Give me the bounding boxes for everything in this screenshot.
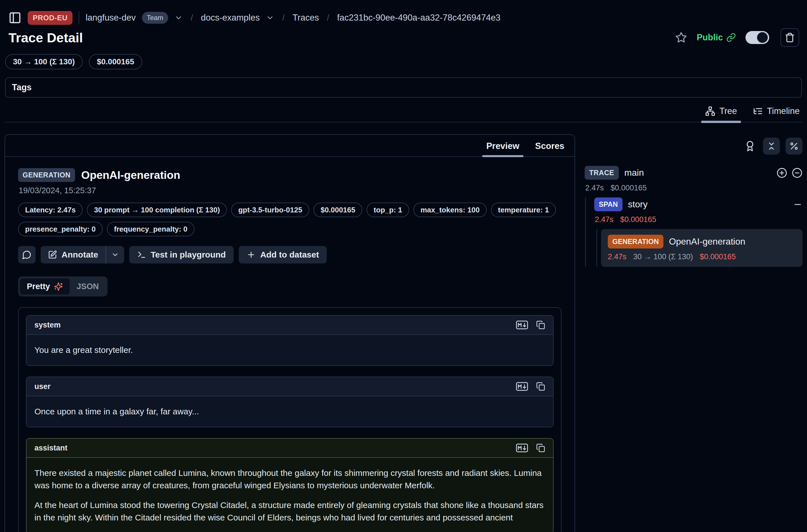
tab-tree[interactable]: Tree <box>704 106 738 122</box>
message-system: system You are a great s <box>26 315 553 366</box>
cost-badge: $0.000165 <box>314 203 362 217</box>
minus-circle-icon[interactable] <box>792 168 803 178</box>
award-icon[interactable] <box>744 140 756 152</box>
collapse-all-button[interactable] <box>763 138 780 155</box>
test-in-playground-label: Test in playground <box>151 250 226 260</box>
collapse-node-minus-icon[interactable] <box>793 200 803 209</box>
breadcrumb-separator: / <box>189 13 195 23</box>
page-title: Trace Detail <box>8 30 83 45</box>
generation-metrics: 2.47s 30 → 100 (Σ 130) $0.000165 <box>608 252 796 261</box>
toggle-percentages-button[interactable] <box>786 138 803 155</box>
sparkles-icon <box>54 282 63 291</box>
tree-node-generation-selected[interactable]: GENERATION OpenAI-generation 2.47s 30 → … <box>601 229 803 267</box>
breadcrumb-separator: / <box>325 13 331 23</box>
breadcrumb-project[interactable]: docs-examples <box>201 13 260 23</box>
markdown-toggle-icon[interactable] <box>516 382 528 391</box>
trace-detail-page: PROD-EU langfuse-dev Team / docs-example… <box>0 0 807 532</box>
add-to-dataset-label: Add to dataset <box>260 250 319 260</box>
message-role-label: system <box>34 321 61 329</box>
toggle-knob <box>757 32 768 43</box>
message-text: At the heart of Lumina stood the towerin… <box>34 499 545 524</box>
view-tabs: Tree Timeline <box>4 106 803 122</box>
copy-icon[interactable] <box>536 443 545 453</box>
observation-detail: GENERATION OpenAI-generation 19/03/2024,… <box>5 157 575 532</box>
environment-badge: PROD-EU <box>27 11 73 25</box>
annotate-button[interactable]: Annotate <box>41 246 106 264</box>
tags-label: Tags <box>12 82 32 92</box>
span-children: GENERATION OpenAI-generation 2.47s 30 → … <box>597 229 803 267</box>
tab-preview[interactable]: Preview <box>485 141 521 156</box>
breadcrumb: PROD-EU langfuse-dev Team / docs-example… <box>4 0 803 25</box>
tree-node-trace[interactable]: TRACE main <box>585 166 803 180</box>
tab-timeline[interactable]: Timeline <box>752 106 801 122</box>
panel-tabs: Preview Scores <box>5 135 575 157</box>
format-pretty-segment[interactable]: Pretty <box>20 279 70 294</box>
message-role-label: user <box>34 382 51 391</box>
markdown-toggle-icon[interactable] <box>516 320 528 329</box>
format-json-label: JSON <box>76 282 99 291</box>
trace-metrics: 2.47s $0.000165 <box>585 184 803 192</box>
copy-icon[interactable] <box>536 382 545 391</box>
span-name: story <box>628 199 648 210</box>
tags-section[interactable]: Tags <box>5 77 802 98</box>
bookmark-star-button[interactable] <box>675 32 687 43</box>
generation-tokens: 30 → 100 (Σ 130) <box>633 252 693 261</box>
message-role-label: assistant <box>34 444 68 453</box>
link-icon <box>726 33 736 42</box>
breadcrumb-section-traces[interactable]: Traces <box>293 13 319 23</box>
breadcrumb-divider <box>79 12 79 24</box>
public-toggle[interactable] <box>746 31 769 44</box>
io-messages-box: system You are a great s <box>18 307 562 532</box>
observation-type-badge: GENERATION <box>18 168 75 182</box>
percent-icon <box>789 141 799 151</box>
generation-type-badge: GENERATION <box>608 235 663 248</box>
span-type-badge: SPAN <box>594 197 622 211</box>
plus-circle-icon[interactable] <box>776 168 787 178</box>
trace-children: SPAN story 2.47s $0.000165 GENERATION <box>585 197 803 267</box>
annotate-label: Annotate <box>61 250 98 260</box>
trace-latency: 2.47s <box>585 184 604 192</box>
test-in-playground-button[interactable]: Test in playground <box>129 246 233 264</box>
message-user: user Once upon a time in <box>26 377 553 428</box>
span-cost: $0.000165 <box>620 215 656 224</box>
tab-scores[interactable]: Scores <box>533 141 566 156</box>
tree-icon <box>705 106 715 116</box>
token-usage-badge: 30 → 100 (Σ 130) <box>5 54 83 70</box>
delete-trace-button[interactable] <box>781 28 799 47</box>
sidebar-toggle-button[interactable] <box>8 11 21 24</box>
breadcrumb-org[interactable]: langfuse-dev <box>86 13 136 23</box>
project-switcher-chevron-down-icon[interactable] <box>266 14 274 22</box>
markdown-toggle-icon[interactable] <box>516 443 528 453</box>
message-assistant: assistant There existed <box>26 438 553 532</box>
frequency-penalty-badge: frequency_penalty: 0 <box>107 222 194 236</box>
header-actions: Public <box>675 28 799 47</box>
observation-timestamp: 19/03/2024, 15:25:37 <box>19 186 562 195</box>
public-link[interactable]: Public <box>697 33 736 43</box>
tree-zoom-controls <box>776 168 803 178</box>
tree-node-span[interactable]: SPAN story <box>594 197 803 211</box>
copy-icon[interactable] <box>536 320 545 329</box>
org-switcher-chevron-down-icon[interactable] <box>174 14 183 22</box>
observation-panel: Preview Scores GENERATION OpenAI-generat… <box>4 134 575 532</box>
comment-icon <box>22 250 32 260</box>
message-header-icons <box>516 382 545 391</box>
terminal-icon <box>137 250 146 259</box>
annotate-dropdown-button[interactable] <box>106 246 124 264</box>
max-tokens-badge: max_tokens: 100 <box>413 203 487 217</box>
generation-row: GENERATION OpenAI-generation <box>608 235 796 248</box>
list-tree-icon <box>753 106 763 116</box>
add-to-dataset-button[interactable]: Add to dataset <box>239 246 327 264</box>
comment-button[interactable] <box>18 246 36 264</box>
message-header-icons <box>516 443 545 453</box>
message-assistant-content: There existed a majestic planet called L… <box>26 458 553 532</box>
trace-type-badge: TRACE <box>585 166 619 180</box>
observation-badges: Latency: 2.47s 30 prompt → 100 completio… <box>18 203 560 236</box>
message-text: Once upon a time in a galaxy far, far aw… <box>34 405 545 418</box>
format-pretty-label: Pretty <box>27 282 50 291</box>
message-user-header: user <box>26 377 553 396</box>
format-json-segment[interactable]: JSON <box>70 279 106 294</box>
span-metrics: 2.47s $0.000165 <box>594 215 803 224</box>
tab-tree-label: Tree <box>719 106 737 116</box>
model-badge[interactable]: gpt-3.5-turbo-0125 <box>231 203 309 217</box>
message-text: There existed a majestic planet called L… <box>34 467 545 492</box>
